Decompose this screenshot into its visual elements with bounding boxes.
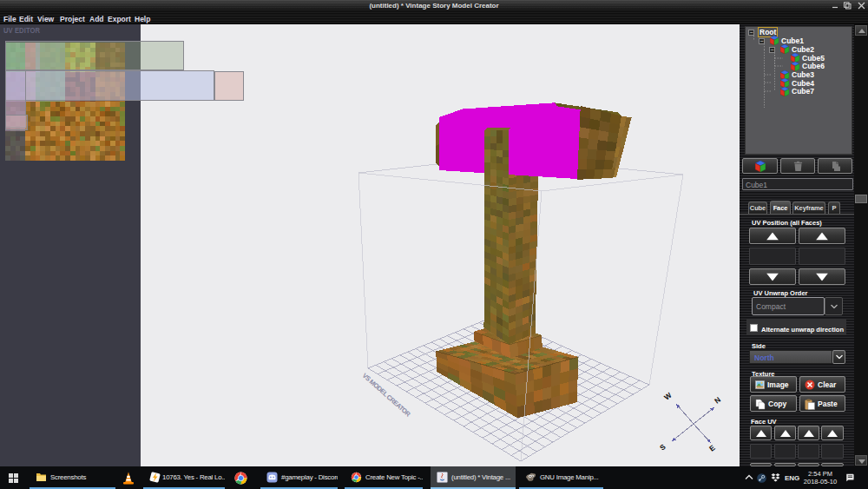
svg-text:W: W	[662, 390, 674, 401]
svg-text:S: S	[658, 442, 667, 453]
svg-text:E: E	[707, 443, 717, 453]
svg-text:N: N	[713, 395, 722, 406]
svg-text:VS MODEL CREATOR: VS MODEL CREATOR	[361, 372, 413, 419]
